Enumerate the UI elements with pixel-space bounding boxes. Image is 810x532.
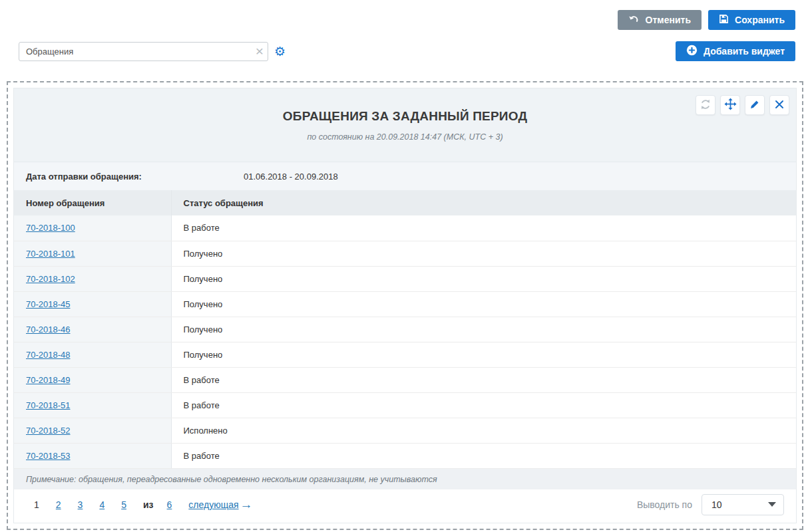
cancel-button-label: Отменить <box>646 15 691 25</box>
appeal-status-cell: В работе <box>171 367 796 392</box>
appeal-number-cell: 70-2018-51 <box>14 392 171 418</box>
clear-icon[interactable]: × <box>256 44 264 58</box>
appeal-number-cell: 70-2018-49 <box>14 367 171 392</box>
appeal-status-cell: Получено <box>171 266 796 291</box>
filter-value: 01.06.2018 - 20.09.2018 <box>244 172 338 182</box>
table-row: 70-2018-49 В работе <box>14 367 796 392</box>
appeals-widget: ОБРАЩЕНИЯ ЗА ЗАДАННЫЙ ПЕРИОД по состояни… <box>13 88 797 523</box>
per-page-label: Выводить по <box>637 499 692 510</box>
widget-config-bar: × ⚙ Добавить виджет <box>0 30 810 61</box>
per-page-value: 10 <box>711 499 722 510</box>
pagination-page-link[interactable]: 2 <box>56 499 61 510</box>
appeal-number-link[interactable]: 70-2018-101 <box>26 249 75 259</box>
cancel-button[interactable]: Отменить <box>618 10 702 30</box>
save-button[interactable]: Сохранить <box>708 10 795 30</box>
table-row: 70-2018-53 В работе <box>14 443 796 468</box>
pagination-page-link[interactable]: 4 <box>99 499 104 510</box>
appeal-status-cell: Получено <box>171 241 796 266</box>
table-row: 70-2018-101 Получено <box>14 241 796 266</box>
save-icon <box>719 14 729 26</box>
add-widget-label: Добавить виджет <box>704 46 785 57</box>
appeal-number-link[interactable]: 70-2018-45 <box>26 299 71 309</box>
appeal-number-link[interactable]: 70-2018-51 <box>26 400 71 410</box>
appeal-number-cell: 70-2018-102 <box>14 266 171 291</box>
next-arrow-icon[interactable]: → <box>240 497 253 512</box>
appeal-number-link[interactable]: 70-2018-100 <box>26 223 75 233</box>
appeal-number-cell: 70-2018-52 <box>14 418 171 443</box>
appeal-number-cell: 70-2018-45 <box>14 291 171 317</box>
appeal-number-link[interactable]: 70-2018-49 <box>26 375 71 385</box>
gear-icon[interactable]: ⚙ <box>274 45 286 58</box>
close-button[interactable] <box>769 95 789 115</box>
appeal-number-link[interactable]: 70-2018-52 <box>26 426 71 436</box>
table-row: 70-2018-102 Получено <box>14 266 796 291</box>
filter-row: Дата отправки обращения: 01.06.2018 - 20… <box>14 162 796 190</box>
table-row: 70-2018-51 В работе <box>14 392 796 418</box>
caret-down-icon <box>768 502 776 507</box>
save-button-label: Сохранить <box>735 15 785 25</box>
table-row: 70-2018-46 Получено <box>14 317 796 342</box>
pagination-page-link[interactable]: 3 <box>78 499 83 510</box>
widget-name-input[interactable] <box>19 42 268 61</box>
edit-button[interactable] <box>745 95 765 115</box>
move-icon <box>724 98 737 112</box>
appeal-status-cell: В работе <box>171 392 796 418</box>
undo-icon <box>628 15 640 25</box>
move-button[interactable] <box>720 95 740 115</box>
pagination-page-link[interactable]: 5 <box>121 499 126 510</box>
table-row: 70-2018-45 Получено <box>14 291 796 317</box>
appeal-status-cell: Получено <box>171 342 796 367</box>
appeal-status-cell: Получено <box>171 291 796 317</box>
add-widget-button[interactable]: Добавить виджет <box>676 41 795 61</box>
pagination-last-page[interactable]: 6 <box>167 499 172 510</box>
top-toolbar: Отменить Сохранить <box>0 0 810 30</box>
appeal-number-cell: 70-2018-101 <box>14 241 171 266</box>
pagination-of-label: из <box>143 499 154 510</box>
widget-header: ОБРАЩЕНИЯ ЗА ЗАДАННЫЙ ПЕРИОД по состояни… <box>14 88 796 162</box>
refresh-icon <box>700 98 711 112</box>
table-body: 70-2018-100 В работе 70-2018-101 Получен… <box>14 215 796 468</box>
pagination-pages: 2345 <box>56 499 143 510</box>
widget-title: ОБРАЩЕНИЯ ЗА ЗАДАННЫЙ ПЕРИОД <box>14 109 796 124</box>
widget-note: Примечание: обращения, переадресованные … <box>14 469 796 489</box>
column-header-number: Номер обращения <box>14 190 171 215</box>
widget-drop-zone: ОБРАЩЕНИЯ ЗА ЗАДАННЫЙ ПЕРИОД по состояни… <box>7 81 803 530</box>
widget-name-field-wrap: × <box>19 42 268 61</box>
widget-subtitle: по состоянию на 20.09.2018 14:47 (МСК, U… <box>14 132 796 142</box>
pagination-next-link[interactable]: следующая <box>188 499 238 510</box>
appeal-number-link[interactable]: 70-2018-46 <box>26 325 71 334</box>
table-header-row: Номер обращения Статус обращения <box>14 190 796 215</box>
table-row: 70-2018-48 Получено <box>14 342 796 367</box>
appeals-table: Номер обращения Статус обращения 70-2018… <box>14 190 796 469</box>
filter-label: Дата отправки обращения: <box>14 172 244 182</box>
appeal-number-cell: 70-2018-46 <box>14 317 171 342</box>
widget-actions <box>696 95 789 115</box>
column-header-status: Статус обращения <box>171 190 796 215</box>
per-page-control: Выводить по 10 <box>637 494 784 515</box>
appeal-status-cell: Исполнено <box>171 418 796 443</box>
pagination-bar: 1 2345 из 6 следующая → Выводить по 10 <box>14 489 796 520</box>
appeal-number-cell: 70-2018-100 <box>14 215 171 241</box>
table-row: 70-2018-52 Исполнено <box>14 418 796 443</box>
appeal-status-cell: В работе <box>171 215 796 241</box>
plus-circle-icon <box>686 45 698 58</box>
appeal-status-cell: В работе <box>171 443 796 468</box>
close-icon <box>775 100 784 111</box>
appeal-number-cell: 70-2018-48 <box>14 342 171 367</box>
appeal-number-link[interactable]: 70-2018-102 <box>26 274 75 284</box>
pagination-current-page: 1 <box>34 499 39 510</box>
table-row: 70-2018-100 В работе <box>14 215 796 241</box>
appeal-number-link[interactable]: 70-2018-48 <box>26 350 71 360</box>
per-page-select[interactable]: 10 <box>702 494 784 515</box>
appeal-number-cell: 70-2018-53 <box>14 443 171 468</box>
appeal-status-cell: Получено <box>171 317 796 342</box>
pencil-icon <box>749 99 760 112</box>
refresh-button[interactable] <box>696 95 715 115</box>
appeal-number-link[interactable]: 70-2018-53 <box>26 451 71 461</box>
